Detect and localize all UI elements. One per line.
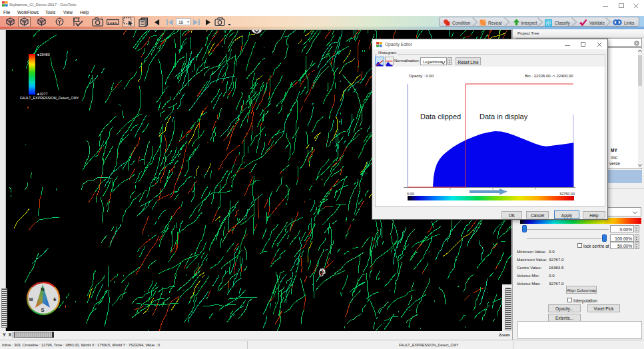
svg-text:S: S [41, 307, 44, 313]
svg-text:N: N [41, 286, 44, 292]
svg-text:W: W [29, 297, 33, 302]
svg-text:E: E [53, 297, 57, 302]
